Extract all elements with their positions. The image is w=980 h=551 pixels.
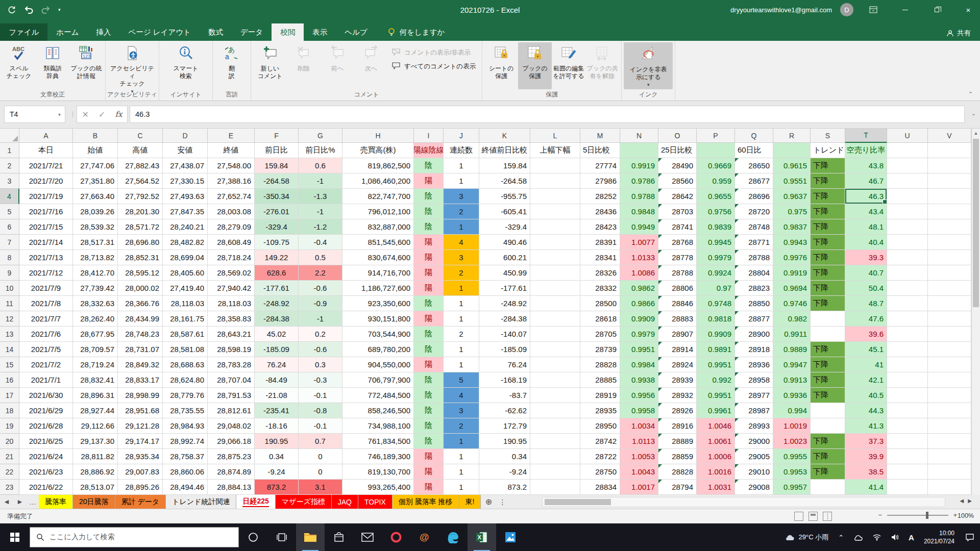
cell-G5[interactable]: -1 <box>299 204 342 219</box>
ime-indicator[interactable]: A <box>904 523 919 551</box>
cell-R11[interactable]: 0.9746 <box>773 296 811 311</box>
cell-C3[interactable]: 27,564.52 <box>118 173 163 189</box>
cell-N13[interactable]: 0.9979 <box>620 327 658 342</box>
cell-I13[interactable]: 陰 <box>414 327 444 342</box>
ribbon-button-ブックの統計情報[interactable]: 123ブックの統 計情報 <box>69 42 103 89</box>
cell-D2[interactable]: 27,438.07 <box>163 158 208 173</box>
cell-S18[interactable] <box>811 403 845 418</box>
cell-S17[interactable]: 下降 <box>811 388 845 403</box>
cell-D22[interactable]: 28,860.06 <box>163 464 208 480</box>
field-header-25日比較[interactable]: 25日比較 <box>658 143 697 158</box>
page-layout-view-icon[interactable] <box>808 512 818 521</box>
formula-input[interactable]: 46.3 <box>130 106 965 123</box>
cell-T20[interactable]: 37.3 <box>845 434 887 449</box>
cell-G23[interactable]: 3.1 <box>299 480 342 495</box>
cell-L10[interactable] <box>530 281 580 296</box>
cell-P2[interactable]: 0.9669 <box>697 158 735 173</box>
cell-M18[interactable]: 28935 <box>580 403 620 418</box>
ribbon-button-翻訳[interactable]: あa翻 訳 <box>215 42 249 89</box>
cell-M20[interactable]: 28742 <box>580 434 620 449</box>
column-header-H[interactable]: H <box>342 129 414 143</box>
row-header-4[interactable]: 4 <box>0 189 19 204</box>
cell-M11[interactable]: 28500 <box>580 296 620 311</box>
cell-T19[interactable]: 41.3 <box>845 418 887 434</box>
cell-P18[interactable]: 0.9961 <box>697 403 735 418</box>
cell-L11[interactable] <box>530 296 580 311</box>
cell-U20[interactable] <box>887 434 928 449</box>
zoom-in-icon[interactable]: + <box>953 512 957 519</box>
cell-E15[interactable]: 28,783.28 <box>208 357 255 372</box>
cell-L12[interactable] <box>530 311 580 327</box>
cell-J4[interactable]: 3 <box>444 189 479 204</box>
ribbon-button-類義語辞典[interactable]: 類義語 辞典 <box>36 42 69 89</box>
cell-K10[interactable]: -177.61 <box>479 281 530 296</box>
cell-B18[interactable]: 28,927.44 <box>73 403 118 418</box>
cell-C23[interactable]: 28,895.26 <box>118 480 163 495</box>
horizontal-scroll-thumb[interactable] <box>545 499 611 505</box>
cell-P4[interactable]: 0.9655 <box>697 189 735 204</box>
cell-G14[interactable]: -0.6 <box>299 342 342 357</box>
cell-A8[interactable]: 2021/7/13 <box>19 250 73 265</box>
cell-E16[interactable]: 28,707.04 <box>208 372 255 388</box>
cell-Q7[interactable]: 28771 <box>735 235 773 250</box>
cell-V13[interactable] <box>928 327 971 342</box>
cell-C4[interactable]: 27,792.52 <box>118 189 163 204</box>
cell-V19[interactable] <box>928 418 971 434</box>
row-header-5[interactable]: 5 <box>0 204 19 219</box>
cell-A10[interactable]: 2021/7/9 <box>19 281 73 296</box>
cell-I6[interactable]: 陰 <box>414 219 444 235</box>
cell-T11[interactable]: 48.7 <box>845 296 887 311</box>
cell-F13[interactable]: 45.02 <box>255 327 299 342</box>
cell-R21[interactable]: 0.9955 <box>773 449 811 464</box>
column-header-Q[interactable]: Q <box>735 129 773 143</box>
cell-H16[interactable]: 706,797,900 <box>342 372 414 388</box>
row-header-9[interactable]: 9 <box>0 265 19 281</box>
cell-R4[interactable]: 0.9637 <box>773 189 811 204</box>
cell-J17[interactable]: 4 <box>444 388 479 403</box>
column-header-K[interactable]: K <box>479 129 530 143</box>
cell-P6[interactable]: 0.9839 <box>697 219 735 235</box>
row-header-11[interactable]: 11 <box>0 296 19 311</box>
cell-R7[interactable]: 0.9943 <box>773 235 811 250</box>
cell-J15[interactable]: 1 <box>444 357 479 372</box>
cell-K4[interactable]: -955.75 <box>479 189 530 204</box>
cell-D3[interactable]: 27,330.15 <box>163 173 208 189</box>
cell-K22[interactable]: -9.24 <box>479 464 530 480</box>
cell-R8[interactable]: 0.9976 <box>773 250 811 265</box>
cell-R23[interactable]: 0.9957 <box>773 480 811 495</box>
field-header-前日比[interactable]: 前日比 <box>255 143 299 158</box>
field-header-空売り比率[interactable]: 空売り比率 <box>845 143 887 158</box>
cell-N7[interactable]: 1.0077 <box>620 235 658 250</box>
field-header-トレンド[interactable]: トレンド <box>811 143 845 158</box>
field-header-N[interactable] <box>620 143 658 158</box>
field-header-売買高(株)[interactable]: 売買高(株) <box>342 143 414 158</box>
column-header-M[interactable]: M <box>580 129 620 143</box>
edge-icon[interactable] <box>439 523 468 551</box>
cell-L22[interactable] <box>530 464 580 480</box>
cell-P17[interactable]: 0.9951 <box>697 388 735 403</box>
cell-J7[interactable]: 4 <box>444 235 479 250</box>
column-header-L[interactable]: L <box>530 129 580 143</box>
field-header-前日比%[interactable]: 前日比% <box>299 143 342 158</box>
cell-F21[interactable]: 0.34 <box>255 449 299 464</box>
cell-O15[interactable]: 28924 <box>658 357 697 372</box>
ribbon-tab-1[interactable]: ホーム <box>47 23 87 41</box>
cell-M10[interactable]: 28332 <box>580 281 620 296</box>
ribbon-display-options-icon[interactable] <box>862 0 885 19</box>
cell-T7[interactable]: 40.4 <box>845 235 887 250</box>
column-header-O[interactable]: O <box>658 129 697 143</box>
column-header-R[interactable]: R <box>773 129 811 143</box>
cell-H13[interactable]: 703,544,900 <box>342 327 414 342</box>
cell-T2[interactable]: 43.8 <box>845 158 887 173</box>
cell-Q10[interactable]: 28823 <box>735 281 773 296</box>
cell-M22[interactable]: 28750 <box>580 464 620 480</box>
column-header-D[interactable]: D <box>163 129 208 143</box>
cell-F8[interactable]: 149.22 <box>255 250 299 265</box>
row-header-14[interactable]: 14 <box>0 342 19 357</box>
cell-E3[interactable]: 27,388.16 <box>208 173 255 189</box>
cell-J21[interactable]: 1 <box>444 449 479 464</box>
cell-E13[interactable]: 28,643.21 <box>208 327 255 342</box>
field-header-陽線陰線[interactable]: 陽線陰線 <box>414 143 444 158</box>
field-header-60日比[interactable]: 60日比 <box>735 143 773 158</box>
cell-J23[interactable]: 1 <box>444 480 479 495</box>
